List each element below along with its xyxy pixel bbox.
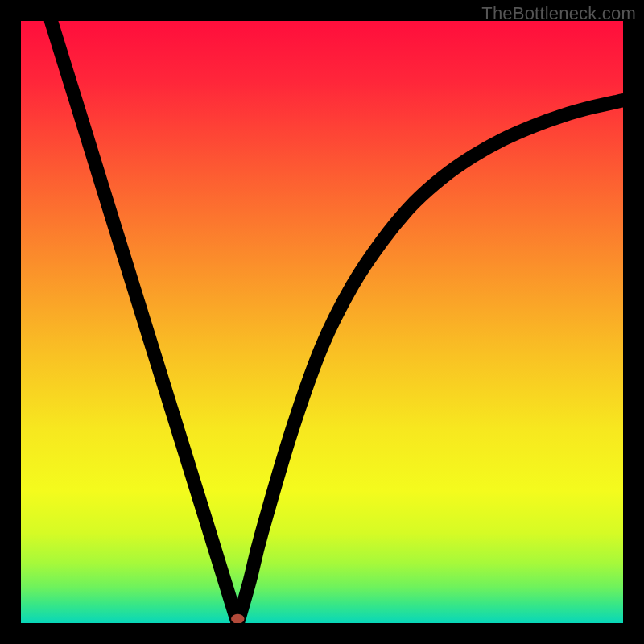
curve-left-branch (51, 21, 237, 623)
curve-right-branch (237, 101, 623, 623)
bottleneck-curve (21, 21, 623, 623)
chart-frame: TheBottleneck.com (0, 0, 644, 644)
plot-area (21, 21, 623, 623)
watermark-text: TheBottleneck.com (481, 3, 636, 24)
